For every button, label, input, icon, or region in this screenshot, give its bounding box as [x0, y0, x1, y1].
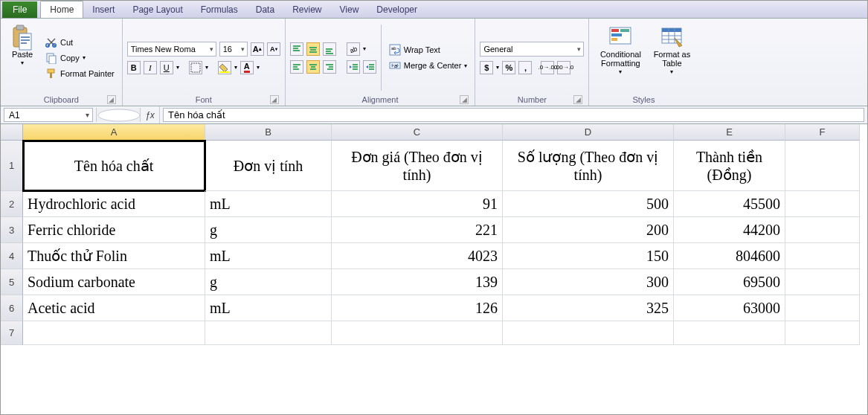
cell-C1[interactable]: Đơn giá (Theo đơn vị tính) [332, 141, 503, 191]
cell-E6[interactable]: 63000 [674, 295, 785, 321]
cell-F1[interactable] [785, 141, 860, 191]
increase-decimal-button[interactable]: .0→.00 [541, 61, 554, 74]
italic-button[interactable]: I [144, 61, 157, 74]
cell-D1[interactable]: Số lượng (Theo đơn vị tính) [503, 141, 674, 191]
copy-dropdown-icon[interactable]: ▾ [83, 54, 86, 61]
cell-C7[interactable] [332, 321, 503, 345]
cell-F5[interactable] [785, 269, 860, 295]
cell-D6[interactable]: 325 [503, 295, 674, 321]
cell-B7[interactable] [205, 321, 332, 345]
underline-button[interactable]: U [160, 61, 173, 74]
cell-A7[interactable] [23, 321, 205, 345]
align-middle-button[interactable] [306, 42, 320, 56]
underline-dropdown-icon[interactable]: ▾ [176, 64, 179, 71]
grow-font-button[interactable]: A▴ [251, 42, 264, 56]
fill-color-dropdown-icon[interactable]: ▾ [234, 64, 237, 71]
tab-formulas[interactable]: Formulas [192, 1, 247, 18]
accounting-dropdown-icon[interactable]: ▾ [496, 64, 499, 71]
cell-D4[interactable]: 150 [503, 243, 674, 269]
row-header-3[interactable]: 3 [1, 217, 23, 243]
fx-button[interactable]: ƒx [141, 106, 160, 123]
cell-B5[interactable]: g [205, 269, 332, 295]
row-header-5[interactable]: 5 [1, 269, 23, 295]
tab-view[interactable]: View [331, 1, 368, 18]
cell-C4[interactable]: 4023 [332, 243, 503, 269]
row-header-2[interactable]: 2 [1, 191, 23, 217]
borders-dropdown-icon[interactable]: ▾ [205, 64, 208, 71]
merge-center-button[interactable]: a Merge & Center ▾ [386, 59, 471, 72]
select-all-corner[interactable] [1, 124, 23, 141]
copy-button[interactable]: Copy ▾ [42, 51, 118, 65]
align-right-button[interactable] [323, 60, 336, 74]
row-header-1[interactable]: 1 [1, 141, 23, 191]
cell-D2[interactable]: 500 [503, 191, 674, 217]
increase-indent-button[interactable] [363, 60, 376, 74]
shrink-font-button[interactable]: A▾ [267, 42, 280, 56]
tab-page-layout[interactable]: Page Layout [123, 1, 191, 18]
cell-C2[interactable]: 91 [332, 191, 503, 217]
font-color-dropdown-icon[interactable]: ▾ [257, 64, 260, 71]
fill-color-button[interactable] [218, 61, 231, 74]
tab-developer[interactable]: Developer [367, 1, 426, 18]
cell-C6[interactable]: 126 [332, 295, 503, 321]
accounting-format-button[interactable]: $ [480, 61, 493, 74]
cut-button[interactable]: Cut [42, 36, 118, 49]
cell-B2[interactable]: mL [205, 191, 332, 217]
cell-B3[interactable]: g [205, 217, 332, 243]
column-header-D[interactable]: D [503, 124, 674, 141]
cell-F4[interactable] [785, 243, 860, 269]
cell-C5[interactable]: 139 [332, 269, 503, 295]
column-header-C[interactable]: C [332, 124, 503, 141]
cell-A3[interactable]: Ferric chloride [23, 217, 205, 243]
formula-input[interactable]: Tên hóa chất [163, 108, 864, 122]
format-as-table-button[interactable]: Format as Table▾ [650, 22, 693, 94]
format-painter-button[interactable]: Format Painter [42, 67, 118, 80]
column-header-B[interactable]: B [205, 124, 332, 141]
name-box[interactable]: A1 [4, 108, 93, 122]
cell-F6[interactable] [785, 295, 860, 321]
tab-home[interactable]: Home [40, 1, 83, 18]
align-bottom-button[interactable] [323, 42, 336, 56]
row-header-4[interactable]: 4 [1, 243, 23, 269]
cell-A4[interactable]: Thuốc thử Folin [23, 243, 205, 269]
align-center-button[interactable] [306, 60, 320, 74]
number-format-select[interactable]: General [480, 42, 584, 57]
borders-button[interactable] [189, 61, 202, 74]
paste-button[interactable]: Paste ▾ [5, 22, 39, 94]
cell-D3[interactable]: 200 [503, 217, 674, 243]
number-dialog-launcher[interactable]: ◢ [573, 95, 582, 104]
row-header-7[interactable]: 7 [1, 321, 23, 345]
cell-E5[interactable]: 69500 [674, 269, 785, 295]
cell-D7[interactable] [503, 321, 674, 345]
percent-button[interactable]: % [502, 61, 515, 74]
decrease-indent-button[interactable] [347, 60, 360, 74]
alignment-dialog-launcher[interactable]: ◢ [460, 95, 469, 104]
cell-F3[interactable] [785, 217, 860, 243]
comma-button[interactable]: , [518, 61, 532, 74]
cell-D5[interactable]: 300 [503, 269, 674, 295]
orientation-button[interactable]: ab [347, 42, 360, 56]
cell-E4[interactable]: 804600 [674, 243, 785, 269]
cell-C3[interactable]: 221 [332, 217, 503, 243]
tab-data[interactable]: Data [247, 1, 283, 18]
row-header-6[interactable]: 6 [1, 295, 23, 321]
cell-F7[interactable] [785, 321, 860, 345]
font-dialog-launcher[interactable]: ◢ [270, 95, 279, 104]
cell-B4[interactable]: mL [205, 243, 332, 269]
wrap-text-button[interactable]: ab Wrap Text [386, 43, 471, 57]
font-size-select[interactable]: 16 [219, 42, 248, 57]
cell-A1[interactable]: Tên hóa chất [23, 141, 205, 191]
column-header-E[interactable]: E [674, 124, 785, 141]
column-header-F[interactable]: F [785, 124, 860, 141]
font-name-select[interactable]: Times New Roma [127, 42, 216, 57]
column-header-A[interactable]: A [23, 124, 205, 141]
tab-file[interactable]: File [2, 1, 37, 18]
align-left-button[interactable] [290, 60, 303, 74]
align-top-button[interactable] [290, 42, 303, 56]
bold-button[interactable]: B [127, 61, 141, 74]
cell-A2[interactable]: Hydrochloric acid [23, 191, 205, 217]
cell-E1[interactable]: Thành tiền (Đồng) [674, 141, 785, 191]
cell-E7[interactable] [674, 321, 785, 345]
cell-F2[interactable] [785, 191, 860, 217]
decrease-decimal-button[interactable]: .00→.0 [557, 61, 570, 74]
